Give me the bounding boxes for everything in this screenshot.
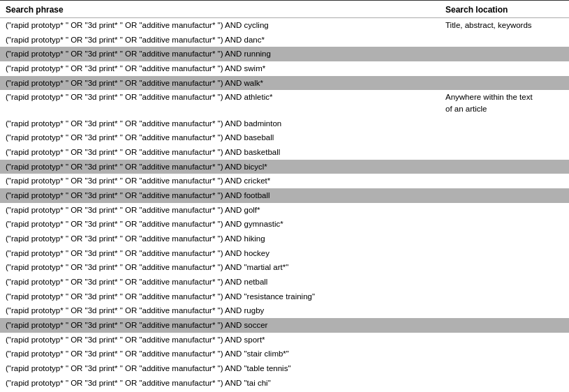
table-row: ("rapid prototyp* " OR "3d print* " OR "… xyxy=(0,203,569,218)
table-header-row: Search phrase Search location xyxy=(0,1,569,18)
search-phrase-cell: ("rapid prototyp* " OR "3d print* " OR "… xyxy=(0,260,440,275)
table-row: ("rapid prototyp* " OR "3d print* " OR "… xyxy=(0,275,569,289)
search-location-cell xyxy=(440,361,569,376)
search-phrase-cell: ("rapid prototyp* " OR "3d print* " OR "… xyxy=(0,246,440,261)
search-phrase-cell: ("rapid prototyp* " OR "3d print* " OR "… xyxy=(0,116,440,131)
table-row: ("rapid prototyp* " OR "3d print* " OR "… xyxy=(0,289,569,304)
search-phrase-cell: ("rapid prototyp* " OR "3d print* " OR "… xyxy=(0,275,440,289)
search-phrase-cell: ("rapid prototyp* " OR "3d print* " OR "… xyxy=(0,47,440,61)
search-phrase-cell: ("rapid prototyp* " OR "3d print* " OR "… xyxy=(0,188,440,203)
table-row: ("rapid prototyp* " OR "3d print* " OR "… xyxy=(0,174,569,188)
table-row: ("rapid prototyp* " OR "3d print* " OR "… xyxy=(0,232,569,246)
search-phrase-cell: ("rapid prototyp* " OR "3d print* " OR "… xyxy=(0,347,440,361)
search-phrase-cell: ("rapid prototyp* " OR "3d print* " OR "… xyxy=(0,90,440,116)
table-row: ("rapid prototyp* " OR "3d print* " OR "… xyxy=(0,145,569,160)
search-phrase-cell: ("rapid prototyp* " OR "3d print* " OR "… xyxy=(0,203,440,218)
search-location-cell xyxy=(440,376,569,391)
table-container: Search phrase Search location ("rapid pr… xyxy=(0,0,569,392)
table-row: ("rapid prototyp* " OR "3d print* " OR "… xyxy=(0,18,569,33)
table-row: ("rapid prototyp* " OR "3d print* " OR "… xyxy=(0,318,569,333)
search-location-cell xyxy=(440,232,569,246)
table-row: ("rapid prototyp* " OR "3d print* " OR "… xyxy=(0,76,569,91)
table-row: ("rapid prototyp* " OR "3d print* " OR "… xyxy=(0,376,569,391)
search-location-cell: Title, abstract, keywords xyxy=(440,18,569,33)
search-location-cell xyxy=(440,260,569,275)
table-row: ("rapid prototyp* " OR "3d print* " OR "… xyxy=(0,33,569,47)
table-row: ("rapid prototyp* " OR "3d print* " OR "… xyxy=(0,333,569,347)
table-row: ("rapid prototyp* " OR "3d print* " OR "… xyxy=(0,90,569,116)
table-row: ("rapid prototyp* " OR "3d print* " OR "… xyxy=(0,303,569,318)
search-phrase-cell: ("rapid prototyp* " OR "3d print* " OR "… xyxy=(0,376,440,391)
table-row: ("rapid prototyp* " OR "3d print* " OR "… xyxy=(0,160,569,174)
search-phrase-cell: ("rapid prototyp* " OR "3d print* " OR "… xyxy=(0,232,440,246)
table-row: ("rapid prototyp* " OR "3d print* " OR "… xyxy=(0,217,569,232)
search-location-cell xyxy=(440,160,569,174)
location-text: Title, abstract, keywords xyxy=(445,21,532,29)
search-phrase-cell: ("rapid prototyp* " OR "3d print* " OR "… xyxy=(0,160,440,174)
search-location-cell xyxy=(440,130,569,145)
search-location-cell xyxy=(440,76,569,91)
search-location-cell xyxy=(440,188,569,203)
search-table: Search phrase Search location ("rapid pr… xyxy=(0,0,569,392)
search-phrase-cell: ("rapid prototyp* " OR "3d print* " OR "… xyxy=(0,361,440,376)
search-phrase-cell: ("rapid prototyp* " OR "3d print* " OR "… xyxy=(0,18,440,33)
search-location-cell xyxy=(440,33,569,47)
table-body: ("rapid prototyp* " OR "3d print* " OR "… xyxy=(0,18,569,393)
search-phrase-cell: ("rapid prototyp* " OR "3d print* " OR "… xyxy=(0,76,440,91)
search-phrase-cell: ("rapid prototyp* " OR "3d print* " OR "… xyxy=(0,174,440,188)
table-row: ("rapid prototyp* " OR "3d print* " OR "… xyxy=(0,47,569,61)
search-location-cell xyxy=(440,203,569,218)
search-phrase-cell: ("rapid prototyp* " OR "3d print* " OR "… xyxy=(0,130,440,145)
search-location-cell xyxy=(440,275,569,289)
table-row: ("rapid prototyp* " OR "3d print* " OR "… xyxy=(0,361,569,376)
search-location-cell: Anywhere within the textof an article xyxy=(440,90,569,116)
table-row: ("rapid prototyp* " OR "3d print* " OR "… xyxy=(0,246,569,261)
search-phrase-cell: ("rapid prototyp* " OR "3d print* " OR "… xyxy=(0,217,440,232)
search-location-cell xyxy=(440,61,569,76)
search-phrase-cell: ("rapid prototyp* " OR "3d print* " OR "… xyxy=(0,333,440,347)
search-location-cell xyxy=(440,174,569,188)
location-text: Anywhere within the textof an article xyxy=(445,93,533,113)
search-location-cell xyxy=(440,145,569,160)
search-phrase-cell: ("rapid prototyp* " OR "3d print* " OR "… xyxy=(0,33,440,47)
search-location-cell xyxy=(440,318,569,333)
location-column-header: Search location xyxy=(440,1,569,18)
search-phrase-cell: ("rapid prototyp* " OR "3d print* " OR "… xyxy=(0,145,440,160)
table-row: ("rapid prototyp* " OR "3d print* " OR "… xyxy=(0,130,569,145)
search-phrase-cell: ("rapid prototyp* " OR "3d print* " OR "… xyxy=(0,318,440,333)
search-location-cell xyxy=(440,347,569,361)
search-location-cell xyxy=(440,333,569,347)
search-phrase-cell: ("rapid prototyp* " OR "3d print* " OR "… xyxy=(0,303,440,318)
search-location-cell xyxy=(440,47,569,61)
search-location-cell xyxy=(440,217,569,232)
search-phrase-cell: ("rapid prototyp* " OR "3d print* " OR "… xyxy=(0,289,440,304)
phrase-column-header: Search phrase xyxy=(0,1,440,18)
table-row: ("rapid prototyp* " OR "3d print* " OR "… xyxy=(0,260,569,275)
table-row: ("rapid prototyp* " OR "3d print* " OR "… xyxy=(0,188,569,203)
table-row: ("rapid prototyp* " OR "3d print* " OR "… xyxy=(0,61,569,76)
search-location-cell xyxy=(440,289,569,304)
search-location-cell xyxy=(440,303,569,318)
table-row: ("rapid prototyp* " OR "3d print* " OR "… xyxy=(0,347,569,361)
search-phrase-cell: ("rapid prototyp* " OR "3d print* " OR "… xyxy=(0,61,440,76)
search-location-cell xyxy=(440,116,569,131)
search-location-cell xyxy=(440,246,569,261)
table-row: ("rapid prototyp* " OR "3d print* " OR "… xyxy=(0,116,569,131)
